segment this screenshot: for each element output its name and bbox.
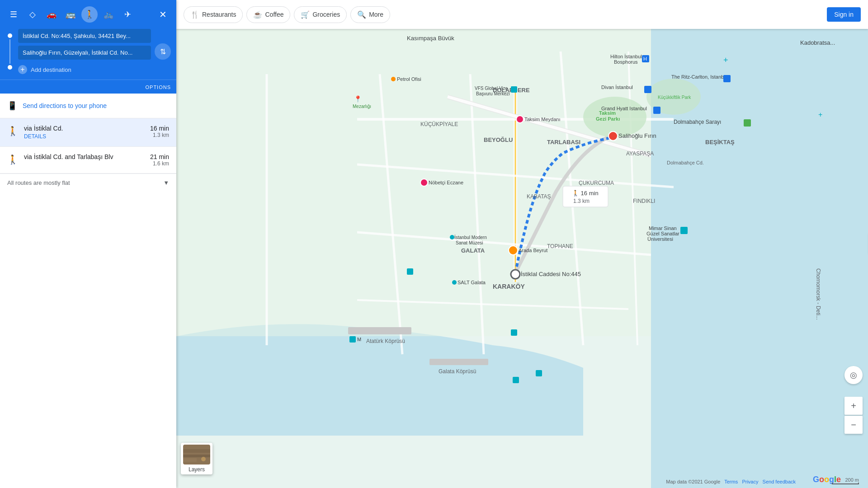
restaurants-label: Restaurants: [202, 11, 236, 18]
svg-text:Güzel Sanatlar: Güzel Sanatlar: [646, 231, 679, 236]
location-button[interactable]: ◎: [844, 366, 863, 384]
zoom-out-button[interactable]: −: [844, 416, 863, 434]
svg-text:+: +: [818, 111, 822, 118]
coffee-tab[interactable]: ☕ Coffee: [246, 6, 290, 23]
svg-rect-50: [536, 370, 542, 376]
chevron-down-icon: ▼: [163, 179, 169, 186]
sign-in-label: Sign in: [834, 11, 854, 18]
svg-point-43: [420, 179, 428, 186]
svg-text:Nöbetçi Eczane: Nöbetçi Eczane: [429, 180, 463, 185]
send-directions-button[interactable]: 📱 Send directions to your phone: [0, 94, 176, 118]
svg-text:Başvuru Merkezi: Başvuru Merkezi: [476, 91, 509, 96]
svg-text:Sanat Müzesi: Sanat Müzesi: [456, 240, 483, 245]
route-info-1: via İstiklal Cd. DETAILS: [24, 125, 145, 140]
dest-dot: [8, 65, 12, 70]
drive-nav-button[interactable]: 🚗: [43, 6, 60, 23]
coffee-label: Coffee: [265, 11, 283, 18]
bike-nav-button[interactable]: 🚲: [100, 6, 117, 23]
svg-text:Petrol Ofisi: Petrol Ofisi: [397, 76, 421, 82]
route-time-2: 21 min: [150, 153, 169, 160]
map-terms[interactable]: Terms: [724, 479, 738, 484]
svg-text:Grand Hyatt Istanbul: Grand Hyatt Istanbul: [601, 106, 647, 111]
add-destination-button[interactable]: + Add destination: [18, 62, 151, 74]
more-icon: 🔍: [357, 10, 366, 19]
google-logo-o2: o: [824, 475, 829, 484]
svg-text:The Ritz-Carlton, Istanbul: The Ritz-Carlton, Istanbul: [671, 74, 728, 80]
map-privacy[interactable]: Privacy: [742, 479, 758, 484]
walk-nav-button[interactable]: 🚶: [81, 6, 98, 23]
zoom-in-button[interactable]: +: [844, 397, 863, 415]
svg-text:Gezi Parkı: Gezi Parkı: [596, 116, 620, 122]
walk-icon-route2: 🚶: [7, 154, 19, 165]
route-times-2: 21 min 1.6 km: [150, 153, 169, 167]
svg-text:Dolmabahçe Sarayı: Dolmabahçe Sarayı: [674, 119, 721, 125]
scale-label: 200 m: [845, 477, 859, 483]
svg-text:AYASPAŞA: AYASPAŞA: [626, 150, 654, 157]
svg-rect-47: [407, 268, 413, 275]
svg-text:Mezarlığı: Mezarlığı: [353, 104, 371, 109]
svg-point-93: [201, 457, 206, 461]
svg-text:KARAKÖY: KARAKÖY: [493, 283, 525, 290]
layers-label: Layers: [189, 466, 205, 473]
send-directions-label: Send directions to your phone: [23, 102, 107, 109]
svg-text:İstanbul Modern: İstanbul Modern: [454, 235, 487, 240]
route-item-2[interactable]: 🚶 via İstiklal Cd. and Tarlabaşı Blv 21 …: [0, 147, 176, 174]
groceries-icon: 🛒: [301, 10, 310, 19]
svg-point-41: [509, 246, 518, 255]
swap-button[interactable]: ⇅: [155, 43, 171, 60]
svg-text:TOPHANE: TOPHANE: [547, 243, 573, 249]
add-icon: +: [18, 65, 27, 74]
sidebar: ☰ ◇ 🚗 🚌 🚶 🚲 ✈ ✕: [0, 0, 176, 488]
route-times-1: 16 min 1.3 km: [150, 125, 169, 138]
google-logo-o1: o: [819, 475, 824, 484]
origin-input[interactable]: [18, 29, 151, 43]
mostly-flat-row[interactable]: All routes are mostly flat ▼: [0, 174, 176, 192]
route-item-1[interactable]: 🚶 via İstiklal Cd. DETAILS 16 min 1.3 km: [0, 118, 176, 147]
route-time-1: 16 min: [150, 125, 169, 132]
svg-rect-49: [511, 329, 517, 336]
svg-text:ÇUKURCUMA: ÇUKURCUMA: [579, 180, 614, 186]
svg-rect-67: [653, 107, 660, 114]
top-nav: ☰ ◇ 🚗 🚌 🚶 🚲 ✈ ✕: [0, 0, 176, 29]
transit-nav-button[interactable]: 🚌: [62, 6, 79, 23]
svg-rect-90: [183, 449, 210, 453]
options-label[interactable]: OPTIONS: [145, 84, 171, 90]
svg-text:Galata Köprüsü: Galata Köprüsü: [439, 368, 476, 375]
explore-icon: ◇: [29, 9, 36, 19]
groceries-tab[interactable]: 🛒 Groceries: [294, 6, 347, 23]
svg-text:Taksim Meydanı: Taksim Meydanı: [524, 117, 560, 122]
route-line-dot: [9, 39, 10, 64]
restaurants-tab[interactable]: 🍴 Restaurants: [184, 6, 243, 23]
plane-icon: ✈: [124, 9, 131, 19]
destination-input[interactable]: [18, 46, 151, 60]
close-button[interactable]: ✕: [155, 6, 171, 23]
fly-nav-button[interactable]: ✈: [119, 6, 136, 23]
google-logo-g: G: [813, 475, 819, 484]
svg-text:Küçükkiftlik Park: Küçükkiftlik Park: [658, 95, 691, 100]
svg-rect-77: [744, 119, 751, 127]
walk-icon: 🚶: [85, 9, 94, 19]
location-icon: ◎: [850, 370, 857, 380]
svg-text:BEŞİKTAŞ: BEŞİKTAŞ: [705, 139, 735, 145]
add-destination-label: Add destination: [31, 66, 71, 73]
route-details-link-1[interactable]: DETAILS: [24, 133, 46, 140]
layers-button[interactable]: Layers: [181, 443, 212, 474]
zoom-out-icon: −: [851, 420, 856, 430]
coffee-icon: ☕: [253, 10, 262, 19]
map-feedback[interactable]: Send feedback: [763, 479, 796, 484]
car-icon: 🚗: [47, 9, 57, 19]
svg-text:Hilton İstanbul: Hilton İstanbul: [610, 54, 642, 59]
svg-text:VFS Global Vize: VFS Global Vize: [475, 86, 508, 91]
svg-text:Divan İstanbul: Divan İstanbul: [601, 84, 633, 90]
svg-point-57: [450, 235, 454, 239]
svg-text:Kasımpaşa Büvük: Kasımpaşa Büvük: [407, 35, 454, 42]
more-label: More: [369, 11, 383, 18]
more-tab[interactable]: 🔍 More: [350, 6, 390, 23]
svg-text:Arada Beyrut: Arada Beyrut: [519, 248, 547, 253]
sign-in-button[interactable]: Sign in: [827, 7, 861, 22]
map-controls: + −: [844, 397, 863, 434]
menu-button[interactable]: ☰: [5, 6, 22, 23]
explore-nav-button[interactable]: ◇: [24, 6, 41, 23]
svg-text:1.3 km: 1.3 km: [573, 198, 590, 204]
svg-text:BEYOĞLU: BEYOĞLU: [484, 136, 513, 143]
